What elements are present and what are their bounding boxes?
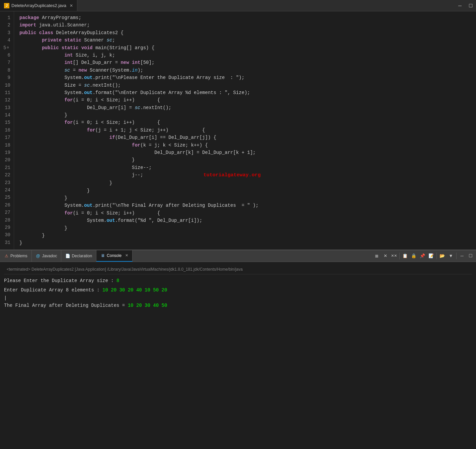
line-number: 13 xyxy=(3,104,10,111)
console-terminated-line: <terminated> DeleteArrayDuplicates2 [Jav… xyxy=(4,265,472,274)
code-text: System. xyxy=(19,218,106,223)
code-text: } xyxy=(19,112,67,118)
keyword: public xyxy=(42,45,59,51)
line-number: 5⊖ xyxy=(3,44,10,52)
line-number: 16 xyxy=(3,126,10,134)
java-file-icon: J xyxy=(4,3,9,8)
line-number: 30 xyxy=(3,231,10,239)
line-number: 21 xyxy=(3,164,10,171)
code-text: j--; xyxy=(19,172,143,178)
line-number: 29 xyxy=(3,224,10,231)
code-text: } xyxy=(19,233,45,238)
tab-console[interactable]: 🖥 Console ✕ xyxy=(96,250,133,262)
keyword: for xyxy=(64,210,73,216)
out-field: out xyxy=(84,90,92,95)
line-number: 3 xyxy=(3,29,10,36)
pin-button[interactable]: 📌 xyxy=(418,252,426,260)
code-text xyxy=(19,135,109,140)
code-line: } xyxy=(19,232,471,239)
tab-problems[interactable]: ⚠ Problems xyxy=(0,250,32,262)
code-text: Del_Dup_arr[k] = Del_Dup_arr[k + 1]; xyxy=(19,150,256,155)
lock-button[interactable]: 🔒 xyxy=(410,252,418,260)
code-text: } xyxy=(19,240,22,246)
remove-button[interactable]: ✕ xyxy=(381,252,389,260)
code-text xyxy=(36,30,39,35)
italic-variable: sc xyxy=(106,37,112,43)
out-field: out xyxy=(106,218,115,223)
code-text: main(String[] args) { xyxy=(92,45,154,51)
keyword: int xyxy=(64,60,73,65)
code-line: } xyxy=(19,187,471,194)
line-number: 26 xyxy=(3,201,10,209)
line-number: 10 xyxy=(3,82,10,89)
remove-all-button[interactable]: ✕✕ xyxy=(390,252,398,260)
code-line: } xyxy=(19,224,471,232)
open-console-button[interactable]: 📂 xyxy=(438,252,446,260)
keyword: int xyxy=(132,60,140,65)
code-text: .nextInt(); xyxy=(90,83,121,88)
italic-variable: sc xyxy=(64,68,70,73)
tab-javadoc[interactable]: @ Javadoc xyxy=(32,250,62,262)
code-line: for(j = i + 1; j < Size; j++) { xyxy=(19,126,471,134)
code-text: (j = i + 1; j < Size; j++) { xyxy=(95,127,205,133)
line-number: 15 xyxy=(3,119,10,126)
copy-button[interactable]: 📋 xyxy=(401,252,409,260)
console-output-line3: The Final Array after Deleting Duplicate… xyxy=(4,302,472,310)
tab-console-label: Console xyxy=(107,253,122,258)
code-line: System.out.print("\nThe Final Array afte… xyxy=(19,202,471,209)
code-text xyxy=(19,143,132,148)
console-text-3: The Final Array after Deleting Duplicate… xyxy=(4,303,128,308)
problems-icon: ⚠ xyxy=(4,254,9,258)
code-line: System.out.format("%d ", Del_Dup_arr[i])… xyxy=(19,217,471,224)
console-input-3: 10 20 30 40 50 xyxy=(128,303,167,308)
keyword: int xyxy=(64,53,73,58)
line-number: 27 xyxy=(3,209,10,216)
code-text xyxy=(19,53,64,58)
console-cursor-line xyxy=(4,294,472,302)
line-number: 1 xyxy=(3,14,10,21)
line-number: 28 xyxy=(3,216,10,224)
code-line: int Size, i, j, k; xyxy=(19,52,471,59)
code-text: .format("%d ", Del_Dup_arr[i]); xyxy=(115,218,202,223)
editor-tab[interactable]: J DeleteArrayDuplicates2.java ✕ xyxy=(0,0,77,11)
keyword: static xyxy=(64,37,81,43)
code-line: } xyxy=(19,111,471,119)
panel-toolbar: ◼ ✕ ✕✕ 📋 🔒 📌 📝 📂 ▼ ─ ☐ xyxy=(373,252,476,260)
code-line: import java.util.Scanner; xyxy=(19,21,471,29)
code-text: } xyxy=(19,226,67,231)
watermark: tutorialgateway.org xyxy=(143,172,261,178)
line-number: 8 xyxy=(3,67,10,74)
console-output-line1: Please Enter the Duplicate Array size : … xyxy=(4,277,472,285)
save-log-button[interactable]: 📝 xyxy=(427,252,435,260)
code-text: ); xyxy=(138,68,143,73)
panel-maximize-button[interactable]: ☐ xyxy=(467,252,475,260)
code-text: } xyxy=(19,180,112,186)
line-number: 23 xyxy=(3,179,10,186)
tab-declaration[interactable]: 📄 Declaration xyxy=(61,250,96,262)
keyword: for xyxy=(132,143,140,148)
javadoc-icon: @ xyxy=(36,254,41,258)
tab-close-button[interactable]: ✕ xyxy=(70,3,73,8)
code-line: if(Del_Dup_arr[i] == Del_Dup_arr[j]) { xyxy=(19,134,471,141)
code-text: System. xyxy=(19,203,84,208)
console-dropdown[interactable]: ▼ xyxy=(447,252,455,260)
code-text: } xyxy=(19,157,135,163)
code-text: .print("\nThe Final Array after Deleting… xyxy=(92,203,258,208)
code-content[interactable]: package ArrayPrograms;import java.util.S… xyxy=(14,11,476,250)
panel-minimize-button[interactable]: ─ xyxy=(458,252,466,260)
console-text-2: Enter Duplicate Array 8 elements : xyxy=(4,287,102,293)
code-line: Size = sc.nextInt(); xyxy=(19,82,471,89)
line-number: 24 xyxy=(3,186,10,194)
keyword: public xyxy=(19,30,36,35)
minimize-button[interactable]: ─ xyxy=(455,0,465,11)
keyword: package xyxy=(19,15,39,20)
line-number: 2 xyxy=(3,21,10,29)
console-output-line2: Enter Duplicate Array 8 elements : 10 20… xyxy=(4,286,472,294)
keyword: private xyxy=(42,37,62,43)
console-close-icon[interactable]: ✕ xyxy=(125,253,128,258)
stop-button[interactable]: ◼ xyxy=(373,252,381,260)
maximize-button[interactable]: ☐ xyxy=(465,0,476,11)
code-text xyxy=(19,97,64,103)
line-number: 14 xyxy=(3,111,10,119)
code-line: } xyxy=(19,156,471,164)
